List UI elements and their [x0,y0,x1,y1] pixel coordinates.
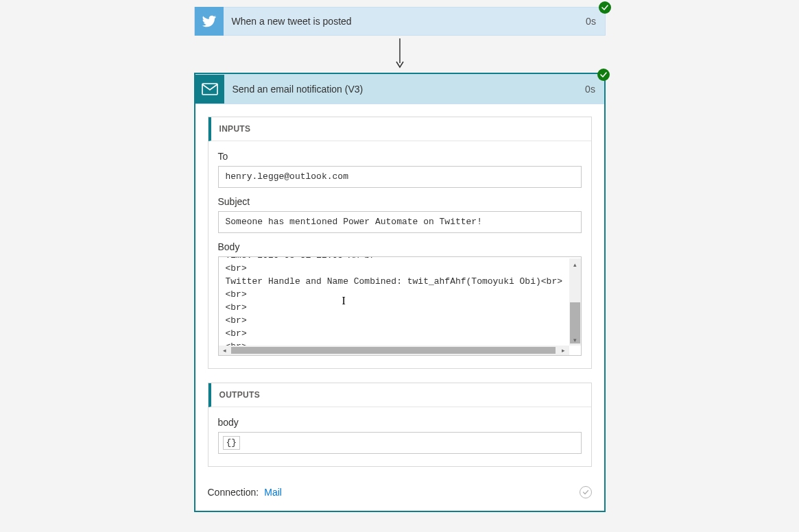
inputs-panel: INPUTS To henry.legge@outlook.com Subjec… [208,117,592,369]
text-cursor-icon: I [342,295,343,306]
scroll-down-icon[interactable]: ▾ [569,334,581,346]
trigger-duration: 0s [577,16,605,27]
scroll-up-icon[interactable]: ▴ [569,258,581,270]
trigger-step[interactable]: When a new tweet is posted 0s [194,7,606,36]
action-header[interactable]: Send an email notification (V3) 0s [195,74,604,104]
success-badge-icon [597,69,610,81]
success-badge-icon [599,1,611,14]
trigger-title: When a new tweet is posted [224,16,577,27]
outputs-panel: OUTPUTS body {} [208,383,592,467]
action-title: Send an email notification (V3) [224,84,577,95]
body-field[interactable]: Time: 2020-08-31 12:05 AM<br> <br> Twitt… [218,256,582,356]
scroll-left-icon[interactable]: ◂ [219,346,230,355]
connection-row: Connection: Mail [208,481,592,498]
horizontal-scrollbar[interactable]: ◂ ▸ [219,346,569,355]
subject-field[interactable]: Someone has mentioned Power Automate on … [218,211,582,233]
inputs-header: INPUTS [208,117,591,141]
scroll-right-icon[interactable]: ▸ [558,346,569,355]
vertical-scrollbar[interactable]: ▴ ▾ [569,258,581,346]
svg-rect-1 [202,84,217,95]
json-chip: {} [223,436,241,450]
scroll-thumb[interactable] [231,347,556,354]
body-label: Body [218,241,582,252]
subject-label: Subject [218,196,582,207]
trigger-header[interactable]: When a new tweet is posted 0s [194,7,606,36]
check-circle-icon [580,486,592,498]
action-step: Send an email notification (V3) 0s INPUT… [194,73,606,512]
to-field[interactable]: henry.legge@outlook.com [218,166,582,188]
to-label: To [218,151,582,162]
outputs-header: OUTPUTS [208,383,591,407]
action-duration: 0s [577,84,604,95]
mail-icon [195,75,224,104]
flow-arrow-icon [394,38,405,69]
output-body-label: body [218,417,582,428]
action-body: INPUTS To henry.legge@outlook.com Subjec… [195,104,604,511]
output-body-field[interactable]: {} [218,432,582,454]
connection-label: Connection: [208,487,259,498]
connection-link[interactable]: Mail [264,487,282,498]
body-content: Time: 2020-08-31 12:05 AM<br> <br> Twitt… [219,256,569,354]
twitter-icon [195,7,224,36]
